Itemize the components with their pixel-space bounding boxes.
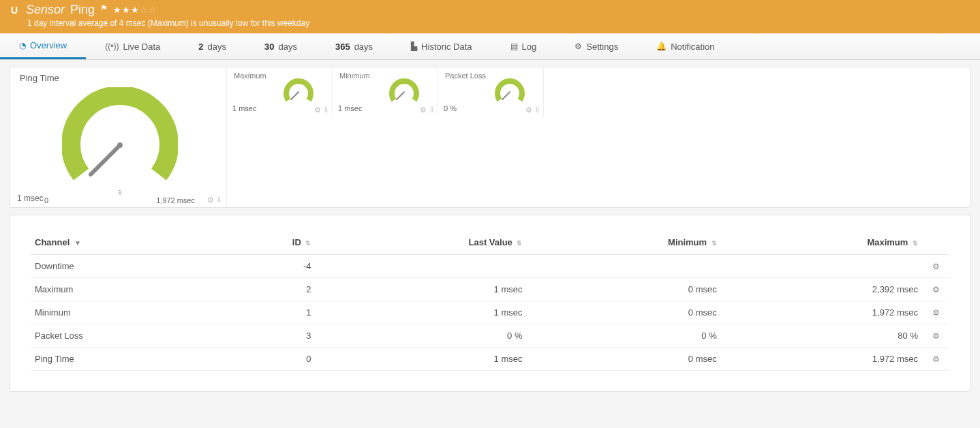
status-badge: U [8,4,20,16]
gauge-main-title: Ping Time [20,73,219,83]
gauge-main-value: 1 msec [17,194,44,203]
flag-icon[interactable]: ⚑ [100,3,108,13]
row-settings-icon[interactable]: ⚙ [922,255,949,278]
col-max-label: Maximum [867,237,908,247]
sort-icon: ⇅ [711,240,717,247]
gauge-pin-icon[interactable]: ⇩ [534,106,540,114]
cell-last-value: 0 % [315,324,526,348]
sort-desc-icon: ▼ [74,239,81,247]
tab-overview[interactable]: ◔ Overview [0,33,86,59]
svg-point-0 [117,142,123,148]
tab-30-days[interactable]: 30 days [245,33,316,59]
sensor-header: U Sensor Ping ⚑ ★★★☆☆ 1 day interval ave… [0,0,980,33]
gauge-pin-icon[interactable]: ⇩ [216,196,222,204]
col-last-label: Last Value [469,237,512,247]
cell-id: 2 [223,278,315,301]
cell-last-value: 1 msec [315,278,526,301]
sort-icon: ⇅ [517,240,522,247]
cell-channel: Packet Loss [31,324,223,348]
tab-30days-num: 30 [264,42,274,52]
sensor-name: Ping [70,3,95,17]
tab-2-days[interactable]: 2 days [179,33,245,59]
gauge-pin-icon[interactable]: ⇩ [429,106,435,114]
col-min-label: Minimum [668,237,707,247]
gauge-settings-icon[interactable]: ⚙ [207,196,214,204]
channels-table: Channel ▼ ID ⇅ Last Value ⇅ Minimum ⇅ [31,232,949,371]
gauge-arc-icon [388,77,420,104]
gauge-arc-icon [283,77,314,104]
cell-maximum: 80 % [721,324,922,348]
antenna-icon: ((•)) [105,42,119,51]
col-channel-label: Channel [35,237,70,247]
gauge-settings-icon[interactable]: ⚙ [525,106,532,114]
gauge-maximum-value: 1 msec [232,104,256,112]
col-id-label: ID [292,237,301,247]
tab-notifications[interactable]: 🔔 Notification [637,33,733,59]
cell-maximum: 2,392 msec [721,278,922,301]
cell-minimum: 0 msec [526,278,720,301]
table-row: Minimum11 msec0 msec1,972 msec⚙ [31,301,949,324]
col-channel[interactable]: Channel ▼ [31,232,223,255]
cell-minimum: 0 msec [526,348,720,371]
sort-icon: ⇅ [305,240,311,247]
tab-settings-label: Settings [586,42,618,52]
tab-365days-num: 365 [335,42,350,52]
tab-log-label: Log [522,42,537,52]
tab-historic-data[interactable]: ▙ Historic Data [392,33,491,59]
gauge-pin-icon[interactable]: ⇩ [323,106,329,114]
cell-channel: Minimum [31,301,223,324]
gauge-arc-icon [494,77,525,104]
table-row: Downtime-4⚙ [31,255,949,278]
tab-log[interactable]: ▤ Log [491,33,556,59]
tab-365-days[interactable]: 365 days [316,33,392,59]
row-settings-icon[interactable]: ⚙ [922,324,949,348]
tab-live-label: Live Data [123,42,160,52]
bell-icon: 🔔 [656,42,667,51]
table-row: Packet Loss30 %0 %80 %⚙ [31,324,949,348]
gauge-scale-max: 1,972 msec [156,196,195,204]
cell-channel: Maximum [31,278,223,301]
tab-settings[interactable]: ⚙ Settings [555,33,637,59]
star-empty-icon: ☆☆ [140,5,157,15]
cell-maximum: 1,972 msec [721,301,922,324]
gear-icon: ⚙ [575,42,582,51]
tab-live-data[interactable]: ((•)) Live Data [86,33,179,59]
col-minimum[interactable]: Minimum ⇅ [526,232,720,255]
tab-30days-unit: days [278,42,296,52]
cell-id: 0 [223,348,315,371]
tab-2days-unit: days [208,42,226,52]
tab-overview-label: Overview [30,40,67,50]
gauge-minimum: Minimum 1 msec ⚙⇩ [333,67,438,117]
cell-last-value: 1 msec [315,301,526,324]
cell-last-value: 1 msec [315,348,526,371]
gauge-settings-icon[interactable]: ⚙ [420,106,427,114]
col-last-value[interactable]: Last Value ⇅ [315,232,526,255]
gauge-ping-time: Ping Time x̄ 0 1,972 msec 1 msec ⚙ ⇩ [10,67,227,207]
cell-minimum [526,255,720,278]
cell-channel: Downtime [31,255,223,278]
priority-stars[interactable]: ★★★☆☆ [113,5,157,15]
cell-maximum [721,255,922,278]
gauges-panel: Ping Time x̄ 0 1,972 msec 1 msec ⚙ ⇩ Max… [10,67,970,208]
sensor-tabs: ◔ Overview ((•)) Live Data 2 days 30 day… [0,33,980,60]
log-icon: ▤ [510,42,518,51]
tab-notifications-label: Notification [671,42,714,52]
sort-icon: ⇅ [913,240,918,247]
cell-id: 3 [223,324,315,348]
row-settings-icon[interactable]: ⚙ [922,301,949,324]
row-settings-icon[interactable]: ⚙ [922,278,949,301]
table-row: Ping Time01 msec0 msec1,972 msec⚙ [31,348,949,371]
col-maximum[interactable]: Maximum ⇅ [721,232,922,255]
tab-365days-unit: days [354,42,373,52]
gauge-maximum: Maximum 1 msec ⚙⇩ [227,67,333,117]
col-actions [922,232,949,255]
gauge-packetloss-value: 0 % [444,104,457,112]
chart-icon: ▙ [411,42,417,51]
gauge-packet-loss: Packet Loss 0 % ⚙⇩ [438,67,544,117]
channels-panel: Channel ▼ ID ⇅ Last Value ⇅ Minimum ⇅ [10,215,970,392]
gauge-minimum-value: 1 msec [338,104,362,112]
gauge-settings-icon[interactable]: ⚙ [314,106,321,114]
row-settings-icon[interactable]: ⚙ [922,348,949,371]
col-id[interactable]: ID ⇅ [223,232,315,255]
sensor-status-message: 1 day interval average of 4 msec (Maximu… [27,18,972,28]
